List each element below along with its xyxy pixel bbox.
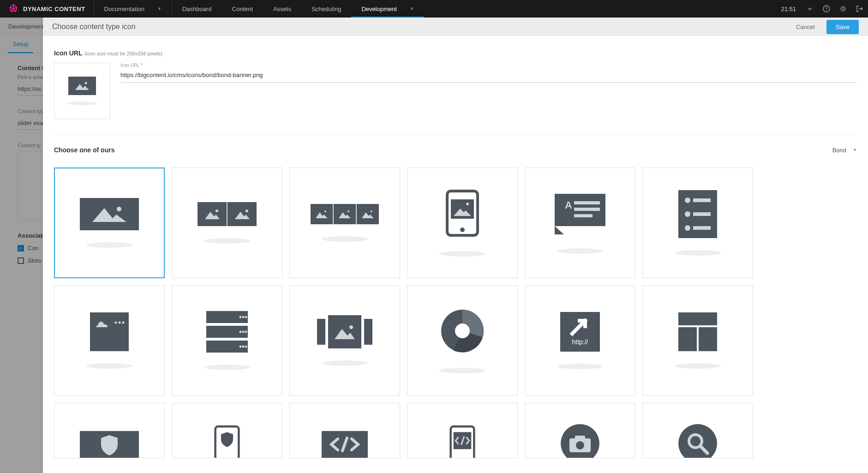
icon-option-carousel[interactable] <box>289 285 400 396</box>
tab-setup[interactable]: Setup <box>8 36 33 53</box>
icon-option-author-card[interactable]: A <box>525 168 635 278</box>
icon-option-split-3[interactable] <box>289 168 400 278</box>
icon-option-search-circle[interactable] <box>642 403 753 458</box>
shadow-icon <box>557 364 603 369</box>
save-button[interactable]: Save <box>826 20 859 34</box>
svg-point-41 <box>115 322 117 324</box>
icon-option-mobile-banner[interactable] <box>407 168 518 278</box>
icon-option-layout-grid[interactable] <box>642 285 753 396</box>
shadow-icon <box>557 248 603 254</box>
time-display: 21:51 <box>775 6 802 12</box>
filter-label: Bond <box>832 147 846 154</box>
nav-content[interactable]: Content <box>222 0 263 18</box>
svg-point-2 <box>842 7 844 10</box>
icon-option-mobile-code[interactable] <box>407 403 518 458</box>
nav-scheduling-label: Scheduling <box>311 6 341 12</box>
svg-line-9 <box>841 11 842 12</box>
svg-marker-19 <box>316 212 328 218</box>
nav-development-label: Development <box>361 6 397 12</box>
svg-point-39 <box>685 225 690 231</box>
svg-line-10 <box>845 6 846 7</box>
svg-point-16 <box>216 210 218 212</box>
icon-option-server-list[interactable] <box>172 285 282 396</box>
svg-rect-62 <box>575 436 585 440</box>
svg-point-22 <box>347 210 349 212</box>
svg-point-24 <box>371 210 372 212</box>
icon-option-camera-circle[interactable] <box>525 403 635 458</box>
icon-option-donut-chart[interactable] <box>407 285 518 396</box>
carousel-icon <box>317 315 372 348</box>
shadow-icon <box>67 102 97 105</box>
svg-point-52 <box>245 346 247 348</box>
contact-list-icon <box>678 190 717 238</box>
nav-scheduling[interactable]: Scheduling <box>301 0 351 18</box>
shadow-icon <box>204 365 250 370</box>
icon-url-input[interactable] <box>120 69 857 83</box>
svg-rect-33 <box>574 208 600 211</box>
icon-option-banner[interactable] <box>54 168 165 278</box>
svg-marker-23 <box>362 212 374 218</box>
svg-marker-53 <box>335 329 355 339</box>
icon-url-hint: (icon size must be 256x256 pixels) <box>84 51 162 56</box>
icon-option-banner-shield[interactable] <box>54 403 165 458</box>
choose-one-title: Choose one of ours <box>54 146 114 154</box>
svg-point-50 <box>239 346 242 348</box>
schema-input[interactable] <box>18 83 43 96</box>
modal-title: Choose content type icon <box>52 23 136 31</box>
cancel-button[interactable]: Cancel <box>790 20 821 34</box>
icon-option-mobile-shield[interactable] <box>172 403 282 458</box>
divider <box>54 134 857 134</box>
svg-point-37 <box>685 211 690 217</box>
icon-url-thumbnail <box>54 63 110 119</box>
banner-icon <box>80 198 139 230</box>
svg-marker-17 <box>235 212 250 219</box>
nav-dashboard-label: Dashboard <box>182 6 212 12</box>
topbar-right: 21:51 ? <box>775 0 868 18</box>
layout-grid-icon <box>678 312 717 351</box>
search-circle-icon <box>677 423 718 458</box>
save-label: Save <box>836 24 850 30</box>
icon-option-contact-list[interactable] <box>642 168 753 278</box>
nav-assets[interactable]: Assets <box>263 0 301 18</box>
brand: DYNAMIC CONTENT <box>0 0 94 18</box>
icon-grid: A <box>54 168 857 458</box>
brand-name: DYNAMIC CONTENT <box>23 6 85 12</box>
svg-point-18 <box>245 210 248 212</box>
svg-rect-32 <box>574 201 600 204</box>
svg-point-47 <box>239 331 242 333</box>
nav-documentation[interactable]: Documentation ▼ <box>94 0 172 18</box>
author-card-icon: A <box>553 192 607 236</box>
caret-down-icon: ▼ <box>410 6 414 11</box>
camera-circle-icon <box>559 423 601 458</box>
nav-dashboard[interactable]: Dashboard <box>172 0 222 18</box>
svg-point-63 <box>576 441 584 449</box>
svg-rect-40 <box>693 226 711 230</box>
nav-documentation-label: Documentation <box>104 6 144 12</box>
donut-chart-icon <box>439 308 485 356</box>
shadow-icon <box>204 238 250 244</box>
icon-url-title: Icon URL <box>54 49 82 57</box>
content-type-name-input[interactable] <box>18 117 43 130</box>
logout-icon[interactable] <box>851 0 868 18</box>
icon-option-external-link[interactable]: http:// <box>525 285 635 396</box>
icon-set-filter[interactable]: Bond ▼ <box>832 147 857 154</box>
svg-point-43 <box>122 322 125 324</box>
svg-point-49 <box>245 331 247 333</box>
icon-option-code-block[interactable] <box>289 403 400 458</box>
icon-option-split-2[interactable] <box>172 168 282 278</box>
modal-body: Icon URL (icon size must be 256x256 pixe… <box>43 36 868 473</box>
nav-development[interactable]: Development ▼ <box>351 0 424 18</box>
caret-down-icon[interactable] <box>802 0 818 18</box>
gear-icon[interactable] <box>835 0 851 18</box>
shadow-icon <box>322 236 368 242</box>
tab-setup-label: Setup <box>13 41 29 48</box>
svg-point-48 <box>242 331 245 333</box>
icon-option-card-cloud[interactable] <box>54 285 165 396</box>
shadow-icon <box>86 363 132 369</box>
shadow-icon <box>86 242 132 248</box>
svg-rect-36 <box>693 198 711 202</box>
help-icon[interactable]: ? <box>818 0 835 18</box>
svg-rect-34 <box>574 214 593 217</box>
svg-point-51 <box>242 346 245 348</box>
brand-logo-icon <box>8 4 18 14</box>
